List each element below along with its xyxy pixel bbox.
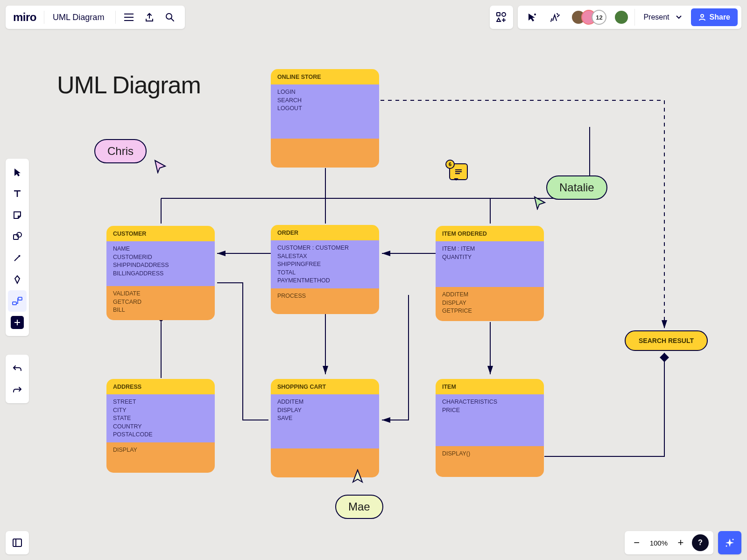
comment-icon [454, 169, 463, 175]
uml-class-address[interactable]: ADDRESS STREETCITYSTATECOUNTRYPOSTALCODE… [106, 379, 215, 473]
zoom-out-button[interactable]: − [627, 533, 646, 552]
search-icon[interactable] [160, 7, 180, 28]
uml-class-online-store[interactable]: ONLINE STORE LOGINSEARCHLOGOUT [271, 69, 379, 168]
svg-point-24 [701, 14, 704, 17]
svg-rect-29 [18, 297, 22, 300]
class-attrs: NAMECUSTOMERIDSHIPPINDADDRESSBILLINGADDR… [106, 241, 215, 286]
present-button[interactable]: Present [634, 9, 688, 26]
class-header: ITEM [436, 379, 544, 394]
class-header: ORDER [271, 225, 379, 240]
menu-icon[interactable] [119, 7, 139, 28]
cursor-label-mae: Mae [335, 495, 383, 519]
svg-point-32 [733, 539, 734, 540]
bottom-right-controls: − 100% + ? [625, 531, 741, 554]
undo-button[interactable] [8, 357, 27, 379]
zoom-controls: − 100% + ? [625, 531, 713, 554]
person-icon [698, 14, 706, 21]
frames-panel-toggle[interactable] [6, 531, 29, 554]
topbar-left: miro UML Diagram [6, 6, 185, 29]
cursor-label-natalie: Natalie [546, 175, 607, 200]
page-title: UML Diagram [57, 71, 201, 99]
cursor-mode-icon[interactable] [521, 7, 542, 28]
class-ops: PROCESS [271, 288, 379, 315]
current-user-avatar[interactable] [614, 10, 629, 25]
svg-line-20 [171, 19, 174, 21]
svg-rect-30 [13, 539, 21, 546]
tool-diagram[interactable] [8, 290, 27, 312]
divider [115, 11, 116, 24]
class-attrs: CUSTOMER : CUSTOMERSALESTAXSHIPPINGFREET… [271, 240, 379, 288]
class-attrs: ITEM : ITEMQUANTITY [436, 241, 544, 287]
class-header: SHOPPING CART [271, 379, 379, 394]
svg-point-33 [726, 546, 727, 547]
svg-rect-21 [497, 13, 500, 16]
tool-add-more[interactable] [8, 312, 27, 333]
tool-pen[interactable] [8, 269, 27, 290]
tool-text[interactable] [8, 183, 27, 204]
class-attrs: STREETCITYSTATECOUNTRYPOSTALCODE [106, 394, 215, 442]
class-ops: DISPLAY [106, 442, 215, 473]
class-ops: VALIDATEGETCARDBILL [106, 286, 215, 320]
present-label: Present [643, 13, 669, 21]
comment-marker[interactable]: 6 [449, 163, 468, 180]
svg-rect-25 [14, 235, 18, 239]
cursor-pointer-icon [534, 196, 547, 210]
class-ops: DISPLAY() [436, 446, 544, 477]
doc-title[interactable]: UML Diagram [47, 13, 113, 22]
class-header: CUSTOMER [106, 226, 215, 241]
tool-sticky[interactable] [8, 204, 27, 226]
share-label: Share [710, 13, 730, 21]
reactions-icon[interactable] [545, 7, 565, 28]
cursor-pointer-icon [352, 469, 363, 485]
comment-count-badge: 6 [445, 160, 455, 169]
class-attrs: ADDITEMDISPLAYSAVE [271, 394, 379, 448]
avatar-overflow-count[interactable]: 12 [592, 10, 606, 25]
redo-button[interactable] [8, 379, 27, 400]
uml-class-shopping-cart[interactable]: SHOPPING CART ADDITEMDISPLAYSAVE [271, 379, 379, 477]
chevron-down-icon [676, 15, 682, 19]
class-ops: ADDITEMDISPLAYGETPRICE [436, 287, 544, 321]
class-header: ONLINE STORE [271, 69, 379, 84]
topbar-right: 12 Present Share [490, 6, 741, 29]
cursor-pointer-icon [154, 160, 167, 174]
uml-class-item-ordered[interactable]: ITEM ORDERED ITEM : ITEMQUANTITY ADDITEM… [436, 226, 544, 321]
class-header: ADDRESS [106, 379, 215, 394]
zoom-in-button[interactable]: + [671, 533, 690, 552]
help-button[interactable]: ? [692, 534, 709, 551]
zoom-value[interactable]: 100% [646, 539, 671, 547]
share-button[interactable]: Share [691, 8, 738, 26]
left-toolbar [6, 159, 29, 336]
tool-select[interactable] [8, 161, 27, 183]
search-result-node[interactable]: SEARCH RESULT [625, 330, 708, 351]
topbar-cluster: 12 Present Share [518, 6, 741, 29]
svg-rect-28 [13, 302, 16, 305]
canvas[interactable]: UML Diagram ONLINE STORE LOGINSEARCHLOGO… [0, 0, 747, 560]
uml-class-order[interactable]: ORDER CUSTOMER : CUSTOMERSALESTAXSHIPPIN… [271, 225, 379, 314]
class-header: ITEM ORDERED [436, 226, 544, 241]
export-icon[interactable] [139, 7, 160, 28]
apps-icon[interactable] [490, 6, 513, 29]
cursor-label-chris: Chris [94, 139, 147, 163]
tool-shape[interactable] [8, 226, 27, 247]
uml-class-item[interactable]: ITEM CHARACTERISTICSPRICE DISPLAY() [436, 379, 544, 477]
class-ops [271, 139, 379, 168]
class-attrs: LOGINSEARCHLOGOUT [271, 84, 379, 139]
app-logo[interactable]: miro [10, 11, 41, 24]
svg-point-19 [166, 14, 172, 19]
ai-assist-button[interactable] [718, 531, 741, 554]
svg-point-22 [502, 13, 506, 16]
uml-class-customer[interactable]: CUSTOMER NAMECUSTOMERIDSHIPPINDADDRESSBI… [106, 226, 215, 320]
undo-redo-panel [6, 355, 29, 403]
class-attrs: CHARACTERISTICSPRICE [436, 394, 544, 446]
divider [44, 11, 44, 24]
tool-line[interactable] [8, 247, 27, 269]
svg-point-23 [534, 14, 536, 15]
